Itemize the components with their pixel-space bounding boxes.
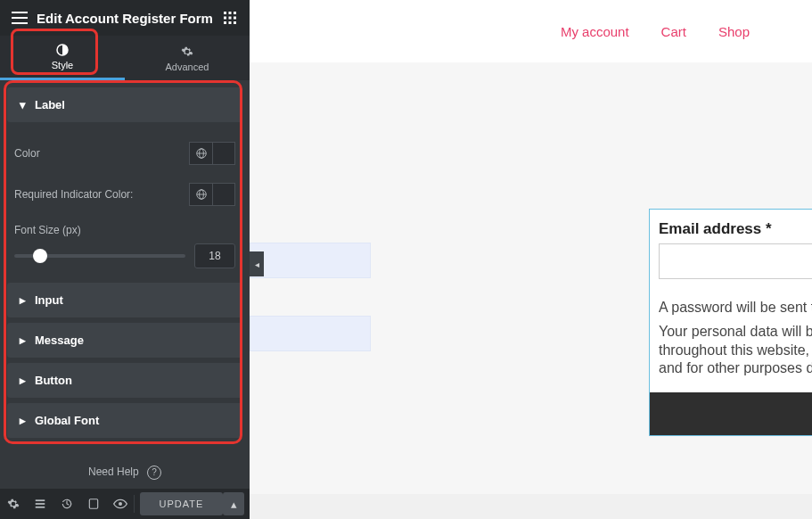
need-help-label: Need Help [88, 465, 139, 478]
editor-tabs: Style Advanced [0, 36, 250, 80]
collapse-panel-button[interactable]: ◂ [250, 251, 264, 276]
responsive-icon[interactable] [80, 489, 107, 519]
svg-rect-10 [229, 21, 232, 24]
section-label-header[interactable]: ▾ Label [7, 87, 242, 122]
email-field[interactable] [659, 243, 812, 279]
section-gap [250, 494, 812, 519]
canvas-body: Email address * A password will be sent … [250, 62, 812, 519]
svg-rect-20 [36, 503, 45, 505]
update-options-button[interactable]: ▴ [223, 492, 244, 515]
row-required-color: Required Indicator Color: [12, 174, 237, 215]
tab-style-label: Style [52, 60, 73, 70]
caret-right-icon: ▸ [20, 293, 26, 307]
privacy-text: Your personal data will be used to suppo… [659, 323, 812, 378]
svg-rect-5 [234, 12, 236, 14]
svg-rect-3 [224, 12, 226, 14]
section-button-header[interactable]: ▸ Button [7, 363, 242, 398]
menu-icon[interactable] [9, 7, 30, 29]
section-message-title: Message [35, 334, 84, 347]
sidebar-footer: UPDATE ▴ [0, 489, 250, 519]
section-input-title: Input [35, 293, 63, 307]
global-required-color-toggle[interactable] [189, 183, 212, 206]
update-button-label: UPDATE [160, 498, 204, 509]
row-font-size: Font Size (px) 18 [12, 215, 237, 268]
label-required-color: Required Indicator Color: [14, 188, 133, 201]
font-size-value[interactable]: 18 [194, 243, 235, 268]
password-info-text: A password will be sent to your email ad… [659, 299, 812, 317]
help-icon: ? [147, 465, 161, 480]
email-label: Email address * [659, 220, 812, 238]
label-font-size: Font Size (px) [14, 224, 235, 236]
svg-rect-11 [234, 21, 236, 24]
site-top-nav: My account Cart Shop [250, 0, 812, 62]
login-username-field-ghost[interactable] [250, 243, 371, 278]
widgets-grid-icon[interactable] [219, 7, 241, 29]
history-icon[interactable] [53, 489, 80, 519]
nav-shop[interactable]: Shop [718, 24, 750, 39]
register-button[interactable]: Register [650, 392, 812, 435]
section-button-title: Button [35, 374, 72, 387]
caret-down-icon: ▾ [20, 98, 26, 111]
font-size-slider[interactable] [14, 254, 185, 258]
caret-right-icon: ▸ [20, 334, 26, 347]
tab-style[interactable]: Style [0, 36, 125, 80]
sidebar-title: Edit Account Register Form [30, 11, 219, 26]
caret-right-icon: ▸ [20, 374, 26, 387]
slider-thumb[interactable] [33, 249, 47, 263]
sidebar-header: Edit Account Register Form [0, 0, 250, 36]
svg-rect-19 [36, 499, 45, 501]
svg-point-23 [119, 502, 122, 506]
section-label-title: Label [35, 98, 65, 111]
section-label-body: Color Required Indicator Color: [7, 122, 242, 277]
required-color-swatch[interactable] [212, 183, 235, 206]
color-swatch[interactable] [212, 142, 235, 165]
svg-rect-9 [224, 21, 226, 24]
settings-icon[interactable] [0, 489, 27, 519]
row-color: Color [12, 133, 237, 174]
register-widget[interactable]: Email address * A password will be sent … [649, 209, 812, 436]
label-color: Color [14, 147, 40, 160]
preview-icon[interactable] [107, 489, 134, 519]
section-global-font-header[interactable]: ▸ Global Font [7, 403, 242, 438]
section-input-header[interactable]: ▸ Input [7, 283, 242, 317]
tab-advanced[interactable]: Advanced [125, 36, 250, 80]
style-icon [56, 43, 69, 57]
caret-right-icon: ▸ [20, 414, 26, 427]
preview-canvas: My account Cart Shop Email address * A p… [250, 0, 812, 519]
svg-rect-21 [36, 507, 45, 508]
style-sections: ▾ Label Color Required Indicator Color: [0, 80, 250, 457]
update-button[interactable]: UPDATE [140, 492, 223, 515]
global-color-toggle[interactable] [189, 142, 212, 165]
editor-sidebar: Edit Account Register Form Style Advance… [0, 0, 250, 519]
svg-rect-7 [229, 17, 232, 20]
section-global-font-title: Global Font [35, 414, 99, 427]
login-password-field-ghost[interactable] [250, 316, 371, 351]
need-help[interactable]: Need Help ? [0, 457, 250, 489]
navigator-icon[interactable] [27, 489, 53, 519]
section-message-header[interactable]: ▸ Message [7, 323, 242, 358]
svg-rect-6 [224, 17, 226, 20]
tab-advanced-label: Advanced [166, 62, 209, 72]
svg-rect-8 [234, 17, 236, 20]
nav-my-account[interactable]: My account [561, 24, 629, 39]
svg-rect-4 [229, 12, 232, 14]
svg-rect-22 [89, 499, 97, 509]
nav-cart[interactable]: Cart [661, 24, 686, 39]
gear-icon [181, 45, 193, 59]
